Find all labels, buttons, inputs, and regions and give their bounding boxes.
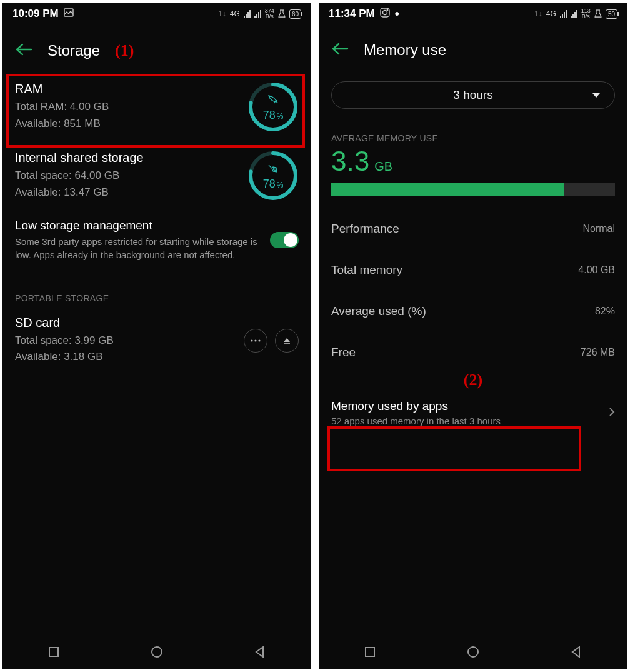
net-type: 4G xyxy=(230,9,240,18)
avg-used-row: Average used (%) 82% xyxy=(319,291,628,332)
memory-bar xyxy=(331,183,615,196)
recent-apps-icon[interactable] xyxy=(364,646,376,661)
avg-memory-label: AVERAGE MEMORY USE xyxy=(319,122,628,146)
ram-row[interactable]: RAM Total RAM: 4.00 GB Available: 851 MB… xyxy=(2,73,311,141)
app-bar: Memory use xyxy=(319,25,628,71)
ram-title: RAM xyxy=(15,82,240,96)
sd-line1: Total space: 3.99 GB xyxy=(15,333,236,349)
flask-icon xyxy=(594,9,602,18)
svg-point-6 xyxy=(254,339,256,341)
free-row: Free 726 MB xyxy=(319,332,628,373)
home-icon[interactable] xyxy=(466,645,480,661)
net-arrows-icon: 1↓ xyxy=(218,9,226,18)
svg-point-7 xyxy=(258,339,260,341)
apps-title: Memory used by apps xyxy=(331,399,501,413)
recent-apps-icon[interactable] xyxy=(48,646,60,661)
chevron-right-icon xyxy=(609,407,615,419)
annotation-2: (2) xyxy=(464,371,482,389)
svg-point-9 xyxy=(152,647,162,657)
svg-point-5 xyxy=(251,339,252,341)
internal-line2: Available: 13.47 GB xyxy=(15,184,240,201)
performance-row: Performance Normal xyxy=(319,208,628,249)
sd-title: SD card xyxy=(15,316,236,330)
caret-down-icon xyxy=(592,88,601,102)
ram-line2: Available: 851 MB xyxy=(15,116,240,132)
svg-point-11 xyxy=(382,10,387,14)
picture-icon xyxy=(64,8,74,20)
internal-gauge[interactable]: 78% xyxy=(248,150,299,201)
nav-bar xyxy=(319,637,628,669)
eject-icon[interactable] xyxy=(275,329,299,353)
avg-memory-value: 3.3 GB xyxy=(319,146,628,183)
page-title: Storage xyxy=(48,42,100,59)
phone-storage: 10:09 PM 1↓ 4G 374 B/s 60 Storage (1) xyxy=(2,3,311,669)
home-icon[interactable] xyxy=(150,645,164,661)
clock: 10:09 PM xyxy=(12,8,59,20)
status-bar: 11:34 PM • 1↓ 4G 113 B/s 50 xyxy=(319,3,628,25)
battery-icon: 60 xyxy=(289,9,301,19)
internal-storage-row[interactable]: Internal shared storage Total space: 64.… xyxy=(2,141,311,210)
signal-icon-2 xyxy=(254,10,261,18)
signal-icon xyxy=(560,10,567,18)
internal-title: Internal shared storage xyxy=(15,151,240,165)
dot-icon: • xyxy=(395,11,399,17)
clock: 11:34 PM xyxy=(329,8,375,20)
low-storage-row[interactable]: Low storage management Some 3rd party ap… xyxy=(2,210,311,270)
back-arrow-icon[interactable] xyxy=(15,43,32,59)
data-rate: 113 B/s xyxy=(581,8,591,19)
portable-storage-label: PORTABLE STORAGE xyxy=(2,278,311,307)
signal-icon-2 xyxy=(571,10,578,18)
net-arrows-icon: 1↓ xyxy=(534,9,542,18)
instagram-icon xyxy=(380,8,390,21)
sd-card-row[interactable]: SD card Total space: 3.99 GB Available: … xyxy=(2,307,311,374)
low-storage-toggle[interactable] xyxy=(270,232,299,248)
back-nav-icon[interactable] xyxy=(570,646,582,661)
back-arrow-icon[interactable] xyxy=(331,42,349,58)
nav-bar xyxy=(2,637,311,669)
memory-used-by-apps-row[interactable]: Memory used by apps 52 apps used memory … xyxy=(319,389,628,436)
signal-icon xyxy=(244,10,251,18)
sd-line2: Available: 3.18 GB xyxy=(15,349,236,365)
svg-rect-13 xyxy=(366,648,374,656)
battery-icon: 50 xyxy=(606,9,618,19)
flask-icon xyxy=(278,9,286,18)
ram-gauge[interactable]: 78% xyxy=(248,81,299,133)
svg-point-14 xyxy=(468,647,478,657)
net-type: 4G xyxy=(546,9,556,18)
annotation-1: (1) xyxy=(115,41,134,60)
svg-rect-8 xyxy=(49,648,58,656)
more-icon[interactable] xyxy=(244,329,268,353)
phone-memory: 11:34 PM • 1↓ 4G 113 B/s 50 Memory use xyxy=(319,3,628,669)
divider xyxy=(2,274,311,274)
divider xyxy=(319,118,628,118)
back-nav-icon[interactable] xyxy=(254,646,266,661)
page-title: Memory use xyxy=(364,41,446,59)
svg-point-12 xyxy=(387,9,388,11)
status-bar: 10:09 PM 1↓ 4G 374 B/s 60 xyxy=(2,3,311,25)
ram-line1: Total RAM: 4.00 GB xyxy=(15,99,240,115)
low-storage-desc: Some 3rd party apps restricted for start… xyxy=(15,235,262,261)
broom-icon xyxy=(267,161,279,176)
low-storage-title: Low storage management xyxy=(15,219,262,233)
apps-sub: 52 apps used memory in the last 3 hours xyxy=(331,416,501,426)
internal-line1: Total space: 64.00 GB xyxy=(15,168,240,184)
data-rate: 374 B/s xyxy=(265,8,274,19)
rocket-icon xyxy=(267,93,279,108)
total-memory-row: Total memory 4.00 GB xyxy=(319,249,628,291)
memory-bar-fill xyxy=(331,183,564,196)
app-bar: Storage (1) xyxy=(2,25,311,73)
time-range-value: 3 hours xyxy=(453,88,492,102)
time-range-dropdown[interactable]: 3 hours xyxy=(331,81,615,109)
